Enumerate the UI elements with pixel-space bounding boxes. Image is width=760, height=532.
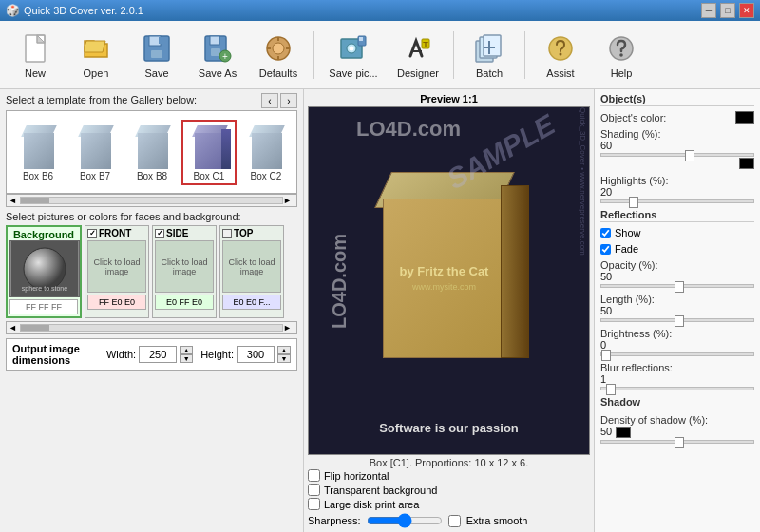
faces-scroll-thumb[interactable] bbox=[21, 325, 49, 331]
density-track[interactable] bbox=[600, 440, 754, 444]
designer-button[interactable]: T Designer bbox=[389, 25, 447, 86]
blur-value: 1 bbox=[600, 373, 754, 385]
extra-smooth-checkbox[interactable] bbox=[448, 515, 461, 527]
save-as-button[interactable]: + Save As bbox=[188, 25, 247, 86]
height-down-button[interactable]: ▼ bbox=[277, 354, 291, 363]
sharpness-slider[interactable] bbox=[367, 513, 443, 528]
transparent-bg-label: Transparent background bbox=[324, 484, 437, 496]
faces-scrollbar[interactable]: ◄ ► bbox=[6, 321, 297, 334]
save-as-icon: + bbox=[200, 31, 235, 66]
open-icon bbox=[79, 31, 113, 66]
side-check[interactable]: ✓ bbox=[155, 229, 164, 238]
title-bar: 🎲 Quick 3D Cover ver. 2.0.1 ─ □ ✕ bbox=[0, 0, 760, 21]
side-color-bar[interactable]: E0 FF E0 bbox=[155, 294, 214, 310]
top-color-bar[interactable]: E0 E0 F... bbox=[222, 294, 281, 310]
object-section-title: Object(s) bbox=[600, 93, 754, 106]
front-click-text: Click to load image bbox=[88, 257, 145, 276]
shading-thumb[interactable] bbox=[685, 150, 694, 162]
height-up-button[interactable]: ▲ bbox=[277, 346, 291, 354]
svg-point-24 bbox=[560, 52, 562, 55]
top-check[interactable] bbox=[222, 229, 232, 238]
background-face[interactable]: Background sphere to stone bbox=[6, 225, 82, 318]
brightness-label: Brightness (%): bbox=[600, 328, 754, 339]
svg-point-26 bbox=[619, 53, 623, 57]
fade-reflection-label: Fade bbox=[615, 243, 638, 255]
shadow-color-swatch[interactable] bbox=[616, 427, 631, 438]
front-image-area[interactable]: Click to load image bbox=[87, 240, 146, 293]
front-color-bar[interactable]: FF E0 E0 bbox=[87, 294, 146, 310]
large-disk-checkbox[interactable] bbox=[308, 498, 320, 510]
opacity-thumb[interactable] bbox=[674, 281, 684, 293]
faces-scroll-right[interactable]: ► bbox=[283, 323, 294, 332]
show-reflection-checkbox[interactable] bbox=[600, 228, 611, 238]
side-image-area[interactable]: Click to load image bbox=[155, 240, 214, 293]
gallery-item-c2[interactable]: Box C2 bbox=[238, 120, 294, 185]
faces-scroll-track[interactable] bbox=[20, 324, 283, 332]
gallery-scroll-thumb[interactable] bbox=[21, 198, 49, 203]
gallery-item-b6[interactable]: Box B6 bbox=[10, 120, 66, 185]
highlights-thumb[interactable] bbox=[629, 197, 638, 208]
density-value: 50 bbox=[600, 426, 612, 437]
top-image-area[interactable]: Click to load image bbox=[222, 240, 281, 293]
width-input[interactable] bbox=[139, 346, 177, 363]
faces-scroll-left[interactable]: ◄ bbox=[9, 323, 20, 332]
transparent-bg-checkbox[interactable] bbox=[308, 484, 320, 496]
top-face[interactable]: TOP Click to load image E0 E0 F... bbox=[219, 225, 284, 318]
box-side-face bbox=[501, 185, 529, 358]
width-label: Width: bbox=[106, 349, 136, 360]
opacity-track[interactable] bbox=[600, 284, 754, 288]
density-thumb[interactable] bbox=[674, 437, 684, 448]
brightness-value: 0 bbox=[600, 339, 754, 351]
gallery-scrollbar[interactable]: ◄ ► bbox=[6, 194, 297, 207]
open-label: Open bbox=[84, 67, 109, 79]
gallery-item-b6-label: Box B6 bbox=[23, 171, 53, 181]
sharpness-row: Sharpness: Extra smooth bbox=[308, 513, 590, 528]
gallery-prev-button[interactable]: ‹ bbox=[261, 93, 278, 108]
shading-track[interactable] bbox=[600, 153, 754, 157]
extra-smooth-label: Extra smooth bbox=[466, 515, 528, 526]
fade-reflection-checkbox[interactable] bbox=[600, 244, 611, 255]
length-track[interactable] bbox=[600, 318, 754, 322]
blur-track[interactable] bbox=[600, 387, 754, 390]
box-side-b6 bbox=[50, 129, 60, 169]
side-face[interactable]: ✓ SIDE Click to load image E0 FF E0 bbox=[152, 225, 217, 318]
flip-horizontal-checkbox[interactable] bbox=[308, 469, 320, 482]
width-up-button[interactable]: ▲ bbox=[180, 346, 193, 354]
defaults-button[interactable]: Defaults bbox=[249, 25, 308, 86]
preview-info: Box [C1]. Proportions: 10 x 12 x 6. bbox=[308, 457, 590, 468]
maximize-button[interactable]: □ bbox=[720, 3, 735, 18]
help-button[interactable]: Help bbox=[592, 25, 651, 86]
batch-button[interactable]: Batch bbox=[460, 25, 519, 86]
brightness-thumb[interactable] bbox=[601, 350, 611, 361]
minimize-button[interactable]: ─ bbox=[701, 3, 716, 18]
gallery-next-button[interactable]: › bbox=[280, 93, 297, 108]
shading-color-swatch[interactable] bbox=[739, 158, 754, 169]
objects-color-swatch[interactable] bbox=[735, 111, 754, 124]
bg-image-area[interactable]: sphere to stone bbox=[10, 240, 80, 297]
length-thumb[interactable] bbox=[674, 315, 684, 327]
height-input[interactable] bbox=[237, 346, 275, 363]
gallery-item-b7[interactable]: Box B7 bbox=[67, 120, 123, 185]
front-face[interactable]: ✓ FRONT Click to load image FF E0 E0 bbox=[85, 225, 149, 318]
width-down-button[interactable]: ▼ bbox=[180, 354, 193, 363]
gallery-item-b8-label: Box B8 bbox=[137, 171, 167, 181]
output-dims-label: Output image dimensions bbox=[12, 343, 99, 366]
scroll-left-btn[interactable]: ◄ bbox=[9, 196, 20, 205]
assist-button[interactable]: Assist bbox=[531, 25, 590, 86]
title-bar-left: 🎲 Quick 3D Cover ver. 2.0.1 bbox=[6, 4, 143, 17]
front-check[interactable]: ✓ bbox=[87, 229, 97, 238]
save-button[interactable]: Save bbox=[127, 25, 186, 86]
save-pic-button[interactable]: Save pic... bbox=[320, 25, 387, 86]
close-button[interactable]: ✕ bbox=[739, 3, 754, 18]
brightness-track[interactable] bbox=[600, 352, 754, 356]
new-button[interactable]: New bbox=[6, 25, 65, 86]
bg-color-bar[interactable]: FF FF FF bbox=[10, 299, 78, 314]
shadow-title: Shadow bbox=[600, 396, 754, 409]
gallery-scroll-track[interactable] bbox=[20, 197, 283, 204]
gallery-item-c1[interactable]: Box C1 bbox=[181, 120, 237, 185]
blur-thumb[interactable] bbox=[606, 384, 616, 395]
gallery-item-b8[interactable]: Box B8 bbox=[124, 120, 180, 185]
highlights-track[interactable] bbox=[600, 200, 754, 203]
open-button[interactable]: Open bbox=[66, 25, 125, 86]
scroll-right-btn[interactable]: ► bbox=[283, 196, 294, 205]
